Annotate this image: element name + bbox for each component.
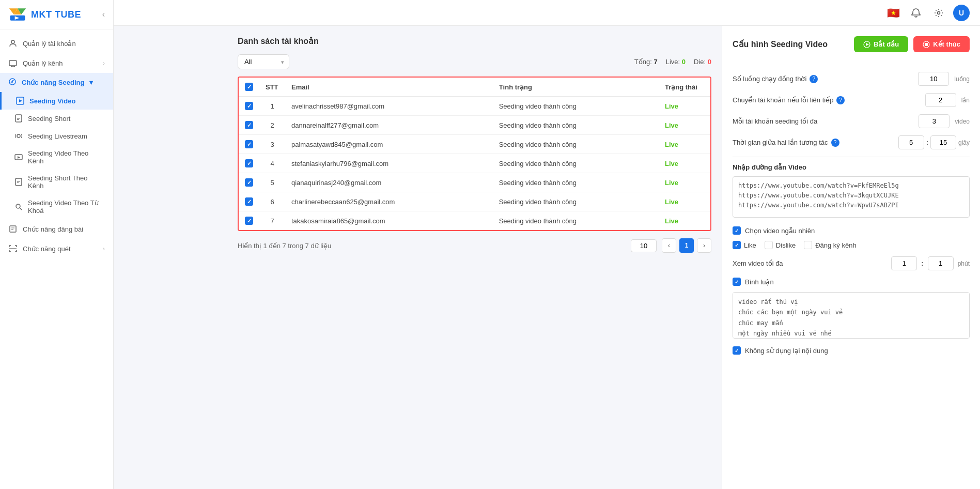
next-page-button[interactable]: › [697, 238, 711, 253]
row-checkbox-cell [239, 116, 259, 135]
row-trang-thai-5: Live [659, 173, 710, 192]
help-thoi-gian-icon[interactable]: ? [831, 139, 839, 147]
prev-page-button[interactable]: ‹ [662, 238, 676, 253]
page-size-input[interactable] [631, 239, 657, 252]
row-email-7: takakosamiraia865@gmail.com [285, 211, 493, 231]
like-checkbox[interactable] [733, 241, 741, 249]
sidebar-item-seeding-video[interactable]: Seeding Video [0, 92, 113, 110]
xem-video-unit: phút [958, 260, 970, 267]
row-tinh-trang-3: Seeding video thành công [493, 135, 659, 154]
header-tinh-trang: Tình trạng [493, 78, 659, 97]
arrow-icon: › [103, 60, 105, 66]
dang-ky-kenh-checkbox[interactable] [804, 241, 812, 249]
chon-video-label: Chọn video ngẫu nhiên [745, 227, 815, 235]
binh-luan-textarea[interactable]: video rất thú vị chúc các bạn một ngày v… [733, 292, 970, 339]
settings-button[interactable] [930, 5, 947, 21]
row-checkbox-4[interactable] [245, 159, 253, 167]
dislike-checkbox[interactable] [765, 241, 773, 249]
sidebar-label-seeding-short: Seeding Short [28, 115, 70, 123]
flag-button[interactable]: 🇻🇳 [885, 5, 901, 21]
sidebar-item-seeding-short[interactable]: Seeding Short [0, 110, 113, 127]
row-email-1: avelinachrisset987@gmail.com [285, 97, 493, 116]
sidebar-collapse-icon[interactable]: ‹ [102, 10, 105, 19]
panel-actions: Bắt đầu Kết thúc [854, 36, 970, 52]
khong-su-dung-checkbox[interactable] [733, 346, 741, 355]
thoi-gian-sec-input[interactable] [930, 135, 956, 149]
row-email-2: dannareinalff277@gmail.com [285, 116, 493, 135]
die-value: 0 [708, 58, 711, 66]
binh-luan-checkbox[interactable] [733, 278, 741, 286]
user-avatar[interactable]: U [953, 5, 970, 21]
post-icon [8, 224, 18, 234]
config-moi-tai-khoan-row: Mỗi tài khoản seeding tối đa video [733, 114, 970, 128]
row-email-5: qianaquirinasj240@gmail.com [285, 173, 493, 192]
header-checkbox-col [239, 78, 259, 97]
sidebar-item-chuc-nang-dang-bai[interactable]: Chức năng đăng bài [0, 219, 113, 239]
config-moi-tai-khoan-label: Mỗi tài khoản seeding tối đa [733, 117, 913, 125]
sidebar-label-seeding-short-theo-kenh: Seeding Short Theo Kênh [28, 174, 105, 190]
thoi-gian-min-input[interactable] [898, 135, 924, 149]
notification-bell-button[interactable] [908, 5, 924, 21]
table-row: 5 qianaquirinasj240@gmail.com Seeding vi… [239, 173, 710, 192]
sidebar-item-seeding-video-theo-kenh[interactable]: Seeding Video Theo Kênh [0, 145, 113, 170]
row-checkbox-1[interactable] [245, 102, 253, 110]
sidebar-label-quan-ly-kenh: Quản lý kênh [23, 59, 98, 67]
sidebar-item-chuc-nang-quet[interactable]: Chức năng quét › [0, 239, 113, 258]
xem-video-min-input[interactable] [891, 256, 917, 270]
table-row: 2 dannareinalff277@gmail.com Seeding vid… [239, 116, 710, 135]
select-all-checkbox[interactable] [245, 83, 253, 91]
sidebar-label-dang-bai: Chức năng đăng bài [23, 225, 105, 233]
start-button[interactable]: Bắt đầu [854, 36, 908, 52]
page-1-button[interactable]: 1 [679, 238, 694, 253]
row-stt-3: 3 [259, 135, 285, 154]
chuyen-tai-khoan-input[interactable] [925, 93, 956, 107]
sidebar-item-seeding-short-theo-kenh[interactable]: Seeding Short Theo Kênh [0, 170, 113, 194]
sidebar-item-seeding-livestream[interactable]: Seeding Livestream [0, 127, 113, 145]
right-panel: Cấu hình Seeding Video Bắt đầu Kết thúc … [722, 26, 980, 489]
xem-video-sec-input[interactable] [928, 256, 954, 270]
row-checkbox-2[interactable] [245, 121, 253, 129]
row-checkbox-cell [239, 173, 259, 192]
row-tinh-trang-1: Seeding video thành công [493, 97, 659, 116]
video-urls-textarea[interactable]: https://www.youtube.com/watch?v=FkfEMReE… [733, 176, 970, 218]
moi-tai-khoan-input[interactable] [919, 114, 950, 128]
filter-select[interactable]: All Live Die [238, 54, 289, 69]
header-trang-thai: Trạng thái [659, 78, 710, 97]
sidebar-item-seeding-video-theo-tu-khoa[interactable]: Seeding Video Theo Từ Khoá [0, 194, 113, 219]
row-checkbox-7[interactable] [245, 217, 253, 225]
svg-marker-13 [18, 156, 20, 159]
sidebar-item-quan-ly-kenh[interactable]: Quản lý kênh › [0, 53, 113, 73]
help-so-luong-icon[interactable]: ? [810, 75, 818, 83]
die-stat: Die: 0 [694, 58, 711, 66]
sidebar-item-chuc-nang-seeding[interactable]: Chức năng Seeding ▾ [0, 73, 113, 92]
svg-marker-18 [866, 43, 869, 46]
sidebar-label-seeding: Chức năng Seeding [22, 79, 84, 86]
svg-point-11 [17, 134, 20, 137]
stop-button[interactable]: Kết thúc [913, 36, 970, 52]
page-title: Danh sách tài khoản [238, 36, 711, 46]
row-trang-thai-4: Live [659, 154, 710, 173]
main-wrapper: Danh sách tài khoản All Live Die Tổng: 7… [227, 26, 980, 489]
row-checkbox-6[interactable] [245, 197, 253, 206]
xem-video-label: Xem video tối đa [733, 259, 887, 267]
svg-point-15 [16, 204, 20, 208]
sidebar-label-seeding-video-theo-tu-khoa: Seeding Video Theo Từ Khoá [28, 199, 105, 215]
sidebar-item-quan-ly-tai-khoan[interactable]: Quản lý tài khoản [0, 34, 113, 53]
logo-area: MKT TUBE ‹ [0, 0, 113, 29]
arrow-down-icon: ▾ [89, 79, 93, 86]
binh-luan-label: Bình luận [745, 278, 774, 286]
arrow-quet-icon: › [103, 246, 105, 252]
row-tinh-trang-5: Seeding video thành công [493, 173, 659, 192]
so-luong-unit: luồng [954, 75, 970, 83]
logo-text: MKT TUBE [31, 9, 81, 20]
chon-video-checkbox[interactable] [733, 226, 741, 235]
so-luong-input[interactable] [918, 72, 949, 86]
config-so-luong-label: Số luồng chạy đồng thời ? [733, 75, 913, 83]
sidebar-label-seeding-livestream: Seeding Livestream [28, 132, 87, 140]
row-checkbox-5[interactable] [245, 178, 253, 187]
help-chuyen-icon[interactable]: ? [836, 96, 845, 104]
table-row: 7 takakosamiraia865@gmail.com Seeding vi… [239, 211, 710, 231]
filter-select-wrapper: All Live Die [238, 54, 289, 69]
short-icon [14, 114, 23, 123]
row-checkbox-3[interactable] [245, 140, 253, 148]
